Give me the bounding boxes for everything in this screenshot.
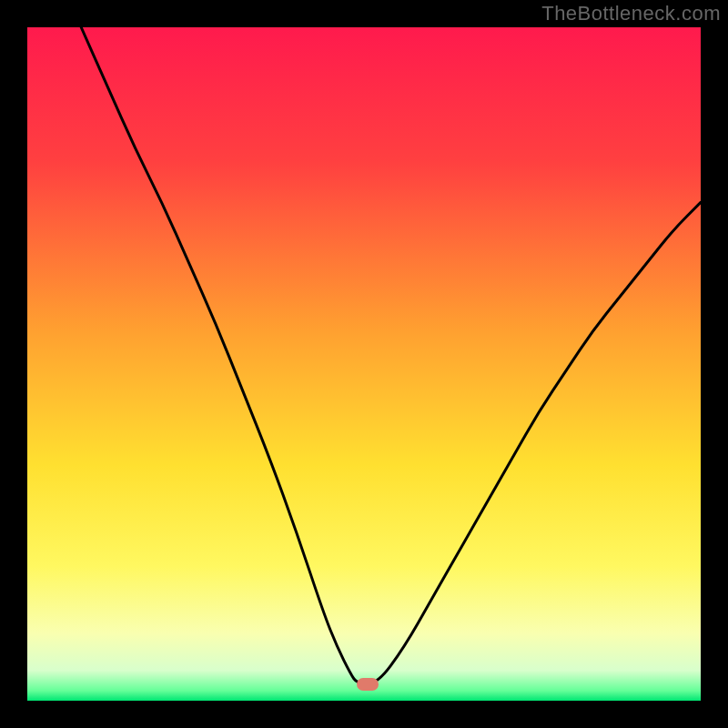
bottleneck-curve bbox=[27, 27, 701, 701]
watermark-text: TheBottleneck.com bbox=[541, 2, 721, 25]
optimal-marker bbox=[357, 678, 379, 691]
plot-area bbox=[27, 27, 701, 701]
chart-frame: TheBottleneck.com bbox=[0, 0, 728, 728]
